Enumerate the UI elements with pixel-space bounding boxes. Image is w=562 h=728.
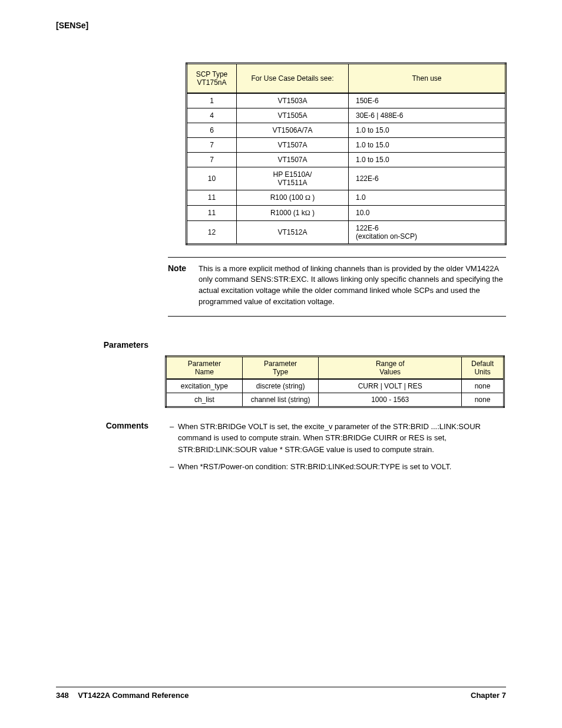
table-cell: 7 — [187, 137, 237, 152]
table-cell: 10 — [187, 167, 237, 190]
table-row: 7VT1507A1.0 to 15.0 — [187, 152, 506, 167]
footer-chapter: Chapter 7 — [471, 691, 506, 700]
comments-heading: Comments — [56, 421, 165, 479]
table-cell: VT1512A — [237, 220, 349, 244]
page-number: 348 — [56, 691, 69, 700]
table-row: 7VT1507A1.0 to 15.0 — [187, 137, 506, 152]
table-cell: channel list (string) — [242, 393, 319, 407]
table-cell: 150E-6 — [349, 93, 506, 108]
table-row: 12VT1512A122E-6(excitation on-SCP) — [187, 220, 506, 244]
table-cell: 1 — [187, 93, 237, 108]
table-cell: 11 — [187, 205, 237, 220]
note-rule-top — [168, 257, 506, 258]
table-cell: 1.0 to 15.0 — [349, 123, 506, 137]
table-cell: 4 — [187, 108, 237, 123]
table-cell: 7 — [187, 152, 237, 167]
table-cell: discrete (string) — [242, 379, 319, 393]
param-th-1: ParameterType — [242, 356, 319, 379]
note-rule-bottom — [168, 316, 506, 317]
table-cell: 1.0 to 15.0 — [349, 137, 506, 152]
table-cell: 1.0 — [349, 190, 506, 205]
scp-th-1: For Use Case Details see: — [237, 64, 349, 93]
table-cell: R1000 (1 kΩ ) — [237, 205, 349, 220]
footer-title: VT1422A Command Reference — [78, 691, 189, 700]
table-row: 11R1000 (1 kΩ )10.0 — [187, 205, 506, 220]
table-cell: 122E-6 — [349, 167, 506, 190]
table-cell: VT1503A — [237, 93, 349, 108]
table-cell: VT1506A/7A — [237, 123, 349, 137]
parameters-table: ParameterName ParameterType Range ofValu… — [165, 355, 505, 408]
table-row: 10HP E1510A/VT1511A122E-6 — [187, 167, 506, 190]
note-text: This is a more explicit method of linkin… — [199, 263, 506, 308]
table-row: 11R100 (100 Ω )1.0 — [187, 190, 506, 205]
table-cell: VT1507A — [237, 137, 349, 152]
param-th-0: ParameterName — [166, 356, 243, 379]
section-header: [SENSe] — [56, 21, 506, 30]
scp-th-0: SCP TypeVT175nA — [187, 64, 237, 93]
table-cell: 11 — [187, 190, 237, 205]
scp-th-2: Then use — [349, 64, 506, 93]
table-cell: 122E-6(excitation on-SCP) — [349, 220, 506, 244]
table-cell: R100 (100 Ω ) — [237, 190, 349, 205]
table-row: 6VT1506A/7A1.0 to 15.0 — [187, 123, 506, 137]
table-cell: 12 — [187, 220, 237, 244]
footer-left: 348 VT1422A Command Reference — [56, 691, 189, 700]
table-row: 1VT1503A150E-6 — [187, 93, 506, 108]
table-cell: VT1505A — [237, 108, 349, 123]
param-th-2: Range ofValues — [319, 356, 462, 379]
table-cell: excitation_type — [166, 379, 243, 393]
table-cell: HP E1510A/VT1511A — [237, 167, 349, 190]
scp-table: SCP TypeVT175nA For Use Case Details see… — [186, 62, 507, 245]
footer-rule — [56, 687, 506, 687]
table-cell: 6 — [187, 123, 237, 137]
comments-list: When STR:BRIDGe VOLT is set, the excite_… — [170, 421, 506, 479]
table-cell: 10.0 — [349, 205, 506, 220]
table-cell: none — [462, 393, 504, 407]
table-cell: VT1507A — [237, 152, 349, 167]
note-label: Note — [168, 263, 186, 273]
parameters-heading: Parameters — [56, 340, 165, 350]
table-row: excitation_typediscrete (string)CURR | V… — [166, 379, 504, 393]
table-cell: 30E-6 | 488E-6 — [349, 108, 506, 123]
table-cell: ch_list — [166, 393, 243, 407]
list-item: When *RST/Power-on condition: STR:BRID:L… — [170, 461, 506, 473]
table-cell: 1000 - 1563 — [319, 393, 462, 407]
table-row: 4VT1505A30E-6 | 488E-6 — [187, 108, 506, 123]
table-cell: 1.0 to 15.0 — [349, 152, 506, 167]
list-item: When STR:BRIDGe VOLT is set, the excite_… — [170, 421, 506, 456]
table-cell: CURR | VOLT | RES — [319, 379, 462, 393]
table-row: ch_listchannel list (string)1000 - 1563n… — [166, 393, 504, 407]
param-th-3: DefaultUnits — [462, 356, 504, 379]
table-cell: none — [462, 379, 504, 393]
